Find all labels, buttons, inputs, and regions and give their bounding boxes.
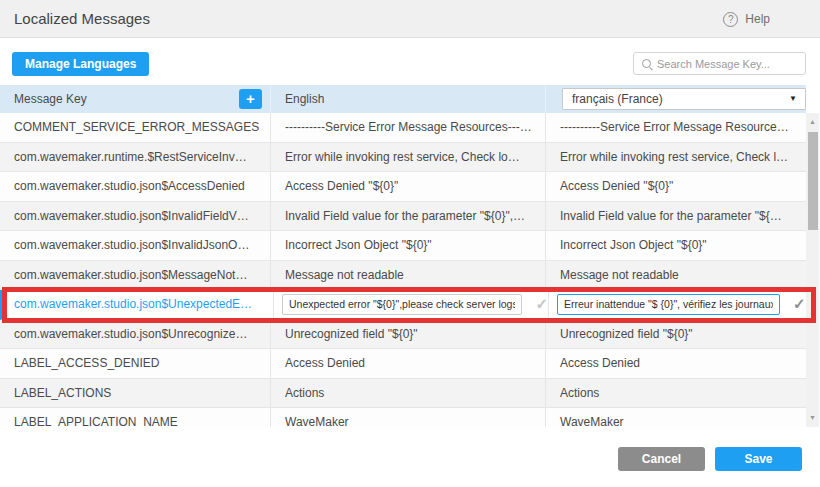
cell-french: Actions [545, 379, 806, 408]
messages-table: COMMENT_SERVICE_ERROR_MESSAGES----------… [0, 113, 806, 427]
english-edit-input[interactable] [282, 294, 522, 315]
cell-message-key: LABEL_APPLICATION_NAME [0, 408, 270, 427]
column-header-language: français (France) ▼ [545, 85, 806, 113]
table-header-row: Message Key + English français (France) … [0, 85, 806, 113]
cell-message-key: com.wavemaker.studio.json$InvalidJsonO… [0, 231, 270, 260]
table-row[interactable]: LABEL_ACTIONSActionsActions [0, 379, 806, 409]
cell-english: Invalid Field value for the parameter "$… [270, 202, 545, 231]
table-row[interactable]: com.wavemaker.studio.json$InvalidJsonO…I… [0, 231, 806, 261]
localized-messages-dialog: Localized Messages ? Help Manage Languag… [0, 0, 820, 487]
column-header-english-label: English [285, 92, 324, 106]
french-edit-input[interactable] [557, 294, 780, 315]
cell-french: Access Denied "${0}" [545, 172, 806, 201]
table-row[interactable]: COMMENT_SERVICE_ERROR_MESSAGES----------… [0, 113, 806, 143]
search-icon [642, 59, 651, 68]
cell-french: Message not readable [545, 261, 806, 290]
table-row[interactable]: com.wavemaker.studio.json$Unrecognize…Un… [0, 320, 806, 350]
table-row[interactable]: LABEL_ACCESS_DENIEDAccess DeniedAccess D… [0, 349, 806, 379]
dialog-header: Localized Messages ? Help [0, 0, 820, 38]
scrollbar-thumb[interactable] [808, 132, 818, 230]
cell-message-key: LABEL_ACTIONS [0, 379, 270, 408]
cell-french: ✓ [548, 290, 806, 319]
cell-message-key: com.wavemaker.studio.json$AccessDenied [0, 172, 270, 201]
language-select[interactable]: français (France) ▼ [562, 88, 806, 110]
toolbar: Manage Languages [0, 39, 820, 85]
cell-french: Error while invoking rest service, Check… [545, 143, 806, 172]
cell-message-key: com.wavemaker.studio.json$MessageNot… [0, 261, 270, 290]
cell-english: Access Denied [270, 349, 545, 378]
help-icon: ? [723, 12, 738, 27]
table-row-editing[interactable]: com.wavemaker.studio.json$UnexpectedE…✓✓ [0, 290, 806, 320]
table-row[interactable]: LABEL_APPLICATION_NAMEWaveMakerWaveMaker [0, 408, 806, 427]
cell-english: Unrecognized field "${0}" [270, 320, 545, 349]
cell-message-key: COMMENT_SERVICE_ERROR_MESSAGES [0, 113, 270, 142]
help-label: Help [745, 12, 770, 26]
cell-message-key: LABEL_ACCESS_DENIED [0, 349, 270, 378]
scroll-down-arrow-icon[interactable]: ▼ [806, 411, 819, 425]
cell-message-key: com.wavemaker.studio.json$InvalidFieldV… [0, 202, 270, 231]
cell-french: Invalid Field value for the parameter "$… [545, 202, 806, 231]
column-header-message-key: Message Key + [0, 85, 270, 113]
column-header-english: English [270, 85, 545, 113]
confirm-french-check-icon[interactable]: ✓ [793, 295, 806, 313]
cell-english: Actions [270, 379, 545, 408]
confirm-english-check-icon[interactable]: ✓ [535, 295, 548, 313]
search-input[interactable] [657, 58, 799, 70]
manage-languages-button[interactable]: Manage Languages [12, 52, 149, 76]
cell-french: ----------Service Error Message Resource… [545, 113, 806, 142]
cancel-button[interactable]: Cancel [618, 447, 705, 471]
cell-message-key: com.wavemaker.studio.json$Unrecognize… [0, 320, 270, 349]
save-button[interactable]: Save [715, 447, 802, 471]
help-button[interactable]: ? Help [723, 0, 770, 38]
cell-english: Incorrect Json Object "${0}" [270, 231, 545, 260]
language-select-value: français (France) [572, 85, 663, 113]
search-box[interactable] [633, 52, 806, 75]
cell-french: Unrecognized field "${0}" [545, 320, 806, 349]
cell-french: WaveMaker [545, 408, 806, 427]
column-header-message-key-label: Message Key [14, 92, 87, 106]
table-row[interactable]: com.wavemaker.studio.json$InvalidFieldV…… [0, 202, 806, 232]
page-title: Localized Messages [14, 0, 150, 38]
cell-english: ✓ [273, 290, 548, 319]
table-row[interactable]: com.wavemaker.studio.json$MessageNot…Mes… [0, 261, 806, 291]
table-row[interactable]: com.wavemaker.runtime.$RestServiceInv…Er… [0, 143, 806, 173]
cell-english: ----------Service Error Message Resource… [270, 113, 545, 142]
cell-english: Access Denied "${0}" [270, 172, 545, 201]
table-row[interactable]: com.wavemaker.studio.json$AccessDeniedAc… [0, 172, 806, 202]
cell-message-key: com.wavemaker.studio.json$UnexpectedE… [3, 290, 273, 319]
add-message-key-button[interactable]: + [239, 89, 262, 109]
vertical-scrollbar[interactable]: ▲ ▼ [806, 113, 819, 427]
cell-message-key: com.wavemaker.runtime.$RestServiceInv… [0, 143, 270, 172]
cell-english: Message not readable [270, 261, 545, 290]
cell-french: Incorrect Json Object "${0}" [545, 231, 806, 260]
cell-french: Access Denied [545, 349, 806, 378]
scroll-up-arrow-icon[interactable]: ▲ [806, 115, 819, 129]
cell-english: Error while invoking rest service, Check… [270, 143, 545, 172]
dropdown-caret-icon: ▼ [789, 85, 797, 113]
cell-english: WaveMaker [270, 408, 545, 427]
